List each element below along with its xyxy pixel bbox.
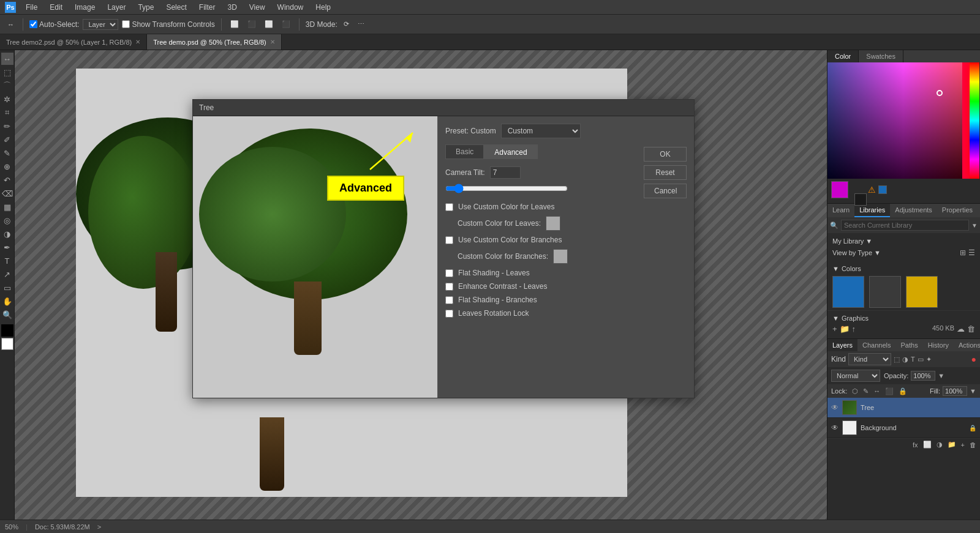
layer-tree[interactable]: 👁 Tree [827, 398, 980, 418]
canvas-area[interactable]: Tree Preset: Custom Custom [15, 50, 827, 533]
collapse-colors-icon[interactable]: ▼ [832, 265, 839, 272]
shape-tool[interactable]: ▭ [1, 281, 13, 294]
delete-layer-btn[interactable]: 🗑 [970, 441, 976, 449]
lasso-tool[interactable]: ⌒ [1, 80, 13, 92]
camera-tilt-slider[interactable] [445, 184, 568, 193]
view-by-type-btn[interactable]: View by Type ▼ [832, 249, 881, 256]
leaves-rotation-checkbox[interactable] [445, 310, 453, 318]
menu-file[interactable]: File [23, 2, 40, 13]
new-layer-btn[interactable]: + [961, 441, 965, 449]
quick-select-tool[interactable]: ✲ [1, 93, 13, 105]
background-color[interactable] [1, 338, 13, 350]
marquee-tool[interactable]: ⬚ [1, 66, 13, 78]
auto-select-checkbox[interactable] [29, 20, 37, 28]
libraries-tab[interactable]: Libraries [854, 204, 890, 217]
preset-select[interactable]: Custom [501, 124, 581, 138]
show-transform-checkbox[interactable] [122, 20, 130, 28]
eraser-tool[interactable]: ⌫ [1, 187, 13, 199]
move-tool[interactable]: ↔ [1, 53, 13, 65]
flat-shading-branches-checkbox[interactable] [445, 296, 453, 304]
filter-text-btn[interactable]: T [911, 356, 915, 363]
brush-tool[interactable]: ✎ [1, 147, 13, 159]
cancel-button[interactable]: Cancel [644, 184, 687, 198]
filter-smart-btn[interactable]: ✦ [926, 356, 932, 363]
dodge-tool[interactable]: ◑ [1, 228, 13, 240]
zoom-tool[interactable]: 🔍 [1, 308, 13, 321]
menu-image[interactable]: Image [72, 2, 97, 13]
channels-tab[interactable]: Channels [858, 339, 895, 351]
layer-filter-select[interactable]: Kind [848, 353, 891, 365]
foreground-color[interactable] [1, 324, 13, 337]
foreground-swatch[interactable] [831, 181, 848, 198]
eyedropper-tool[interactable]: ✏ [1, 120, 13, 132]
custom-leaves-color-swatch[interactable] [546, 216, 560, 231]
tab-0[interactable]: Tree demo2.psd @ 50% (Layer 1, RGB/8) ✕ [0, 34, 147, 50]
lock-move-btn[interactable]: ↔ [873, 387, 880, 395]
ok-button[interactable]: OK [644, 147, 687, 162]
web-safe-color[interactable] [878, 185, 887, 194]
menu-layer[interactable]: Layer [105, 2, 128, 13]
tab-1[interactable]: Tree demo.psd @ 50% (Tree, RGB/8) ✕ [147, 34, 282, 50]
flat-shading-leaves-checkbox[interactable] [445, 269, 453, 277]
grid-view-icon[interactable]: ⊞ [960, 248, 966, 257]
cloud-sync-btn[interactable]: ☁ [957, 324, 965, 334]
tab-0-close[interactable]: ✕ [135, 39, 140, 45]
lib-search-input[interactable] [841, 220, 969, 231]
use-custom-branches-checkbox[interactable] [445, 236, 453, 244]
filter-shape-btn[interactable]: ▭ [918, 356, 924, 363]
add-mask-btn[interactable]: ⬜ [923, 441, 932, 449]
workspace-btn[interactable]: ⋯ [355, 19, 367, 29]
color-swatch-dark[interactable] [869, 276, 901, 308]
new-group-btn[interactable]: 📁 [948, 441, 956, 449]
menu-edit[interactable]: Edit [47, 2, 65, 13]
adjustments-tab[interactable]: Adjustments [890, 204, 937, 217]
fill-chevron[interactable]: ▼ [970, 387, 976, 395]
status-arrow[interactable]: > [97, 523, 101, 531]
menu-help[interactable]: Help [313, 2, 333, 13]
upload-btn[interactable]: ↑ [852, 324, 856, 334]
my-library-dropdown[interactable]: My Library ▼ [832, 237, 872, 245]
layer-bg-visibility[interactable]: 👁 [831, 423, 839, 432]
align-center-btn[interactable]: ⬛ [245, 19, 258, 29]
list-view-icon[interactable]: ☰ [968, 248, 975, 257]
text-tool[interactable]: T [1, 255, 13, 267]
lock-all-btn[interactable]: 🔒 [899, 387, 907, 395]
blur-tool[interactable]: ◎ [1, 214, 13, 226]
layer-tree-visibility[interactable]: 👁 [831, 403, 839, 412]
basic-tab[interactable]: Basic [445, 144, 484, 159]
use-custom-leaves-checkbox[interactable] [445, 203, 453, 211]
align-right-btn[interactable]: ⬜ [262, 19, 276, 29]
align-left-btn[interactable]: ⬜ [228, 19, 241, 29]
color-swatch-blue[interactable] [832, 276, 864, 308]
fx-button[interactable]: fx [913, 441, 918, 449]
actions-tab[interactable]: Actions [954, 339, 980, 351]
lock-artboard-btn[interactable]: ⬛ [885, 387, 894, 395]
background-swatch[interactable] [854, 193, 867, 206]
heal-tool[interactable]: ✐ [1, 133, 13, 146]
add-lib-item-btn[interactable]: + [832, 324, 837, 334]
new-folder-btn[interactable]: 📁 [840, 324, 850, 334]
pen-tool[interactable]: ✒ [1, 241, 13, 253]
hand-tool[interactable]: ✋ [1, 295, 13, 307]
collapse-graphics-icon[interactable]: ▼ [832, 315, 839, 322]
properties-tab[interactable]: Properties [937, 204, 978, 217]
layers-tab[interactable]: Layers [827, 339, 858, 351]
align-top-btn[interactable]: ⬛ [279, 19, 293, 29]
lock-transparent-btn[interactable]: ⬡ [852, 387, 858, 395]
stamp-tool[interactable]: ⊕ [1, 160, 13, 173]
crop-tool[interactable]: ⌗ [1, 106, 13, 119]
menu-3d[interactable]: 3D [225, 2, 239, 13]
menu-view[interactable]: View [247, 2, 268, 13]
learn-tab[interactable]: Learn [827, 204, 854, 217]
adjustment-btn[interactable]: ◑ [937, 441, 943, 449]
history-tab[interactable]: History [923, 339, 954, 351]
menu-filter[interactable]: Filter [197, 2, 218, 13]
enhance-contrast-checkbox[interactable] [445, 283, 453, 291]
filter-adjust-btn[interactable]: ◑ [902, 356, 908, 363]
menu-type[interactable]: Type [135, 2, 156, 13]
swatches-panel-tab[interactable]: Swatches [859, 50, 903, 62]
auto-select-type-select[interactable]: Layer [83, 19, 118, 30]
move-tool-btn[interactable]: ↔ [5, 20, 17, 29]
advanced-tab[interactable]: Advanced [484, 144, 537, 159]
blend-mode-select[interactable]: Normal [831, 370, 880, 382]
